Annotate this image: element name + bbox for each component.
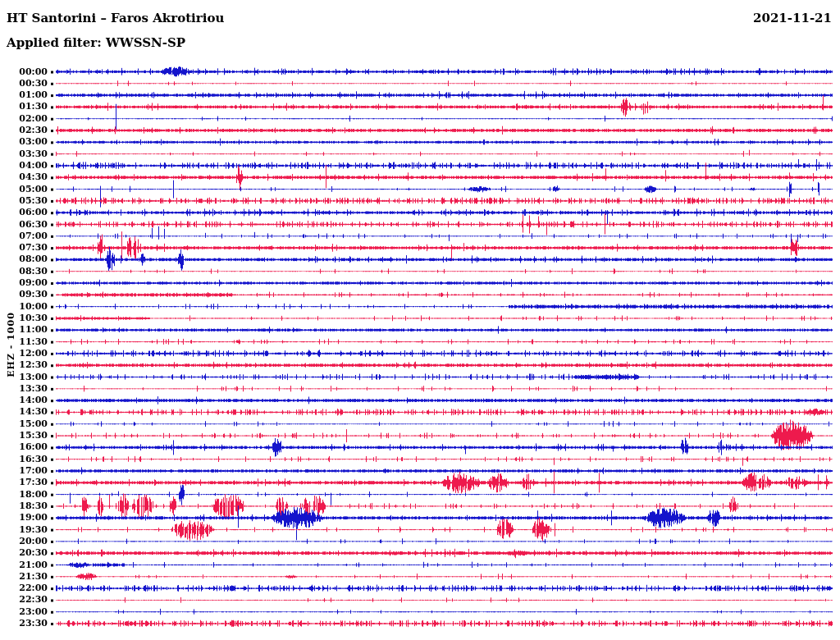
time-label-0230: 02:30 <box>0 126 48 135</box>
time-label-0300: 03:00 <box>0 137 48 147</box>
time-label-1000: 10:00 <box>0 302 48 312</box>
time-label-0600: 06:00 <box>0 208 48 217</box>
time-label-1500: 15:00 <box>0 419 48 429</box>
time-label-1230: 12:30 <box>0 360 48 370</box>
time-label-0930: 09:30 <box>0 290 48 299</box>
helicorder-page: HT Santorini – Faros Akrotiriou 2021-11-… <box>0 0 840 640</box>
time-label-0900: 09:00 <box>0 278 48 288</box>
station-title: HT Santorini – Faros Akrotiriou <box>7 11 224 25</box>
time-label-0530: 05:30 <box>0 196 48 206</box>
time-label-0430: 04:30 <box>0 172 48 182</box>
applied-filter-label: Applied filter: WWSSN-SP <box>7 35 185 50</box>
time-label-0830: 08:30 <box>0 267 48 277</box>
time-label-1630: 16:30 <box>0 455 48 464</box>
time-label-2000: 20:00 <box>0 537 48 546</box>
time-label-0400: 04:00 <box>0 161 48 171</box>
time-label-1930: 19:30 <box>0 525 48 535</box>
time-label-1130: 11:30 <box>0 337 48 347</box>
time-label-0330: 03:30 <box>0 149 48 159</box>
time-label-1530: 15:30 <box>0 431 48 441</box>
time-label-1800: 18:00 <box>0 490 48 500</box>
time-label-1730: 17:30 <box>0 478 48 487</box>
time-label-0700: 07:00 <box>0 231 48 241</box>
time-label-2330: 23:30 <box>0 619 48 629</box>
time-label-2300: 23:00 <box>0 607 48 617</box>
time-label-2030: 20:30 <box>0 548 48 558</box>
time-label-2100: 21:00 <box>0 560 48 570</box>
time-label-0200: 02:00 <box>0 114 48 124</box>
time-label-1200: 12:00 <box>0 349 48 359</box>
seismogram-canvas <box>0 0 840 640</box>
time-label-0100: 01:00 <box>0 90 48 100</box>
time-label-0130: 01:30 <box>0 102 48 112</box>
time-label-0030: 00:30 <box>0 79 48 89</box>
time-label-1900: 19:00 <box>0 513 48 523</box>
time-label-0000: 00:00 <box>0 67 48 77</box>
time-label-1330: 13:30 <box>0 384 48 394</box>
time-label-1300: 13:00 <box>0 373 48 382</box>
time-label-1430: 14:30 <box>0 407 48 417</box>
time-label-1830: 18:30 <box>0 501 48 511</box>
time-label-0500: 05:00 <box>0 185 48 194</box>
time-label-2200: 22:00 <box>0 583 48 593</box>
time-label-1100: 11:00 <box>0 325 48 335</box>
time-label-1600: 16:00 <box>0 442 48 452</box>
time-label-0730: 07:30 <box>0 243 48 253</box>
time-label-0800: 08:00 <box>0 254 48 264</box>
time-label-1030: 10:30 <box>0 313 48 323</box>
time-label-2130: 21:30 <box>0 572 48 582</box>
time-label-1400: 14:00 <box>0 395 48 405</box>
date-label: 2021-11-21 <box>753 11 832 25</box>
time-label-0630: 06:30 <box>0 220 48 230</box>
time-label-1700: 17:00 <box>0 466 48 476</box>
time-label-2230: 22:30 <box>0 595 48 605</box>
